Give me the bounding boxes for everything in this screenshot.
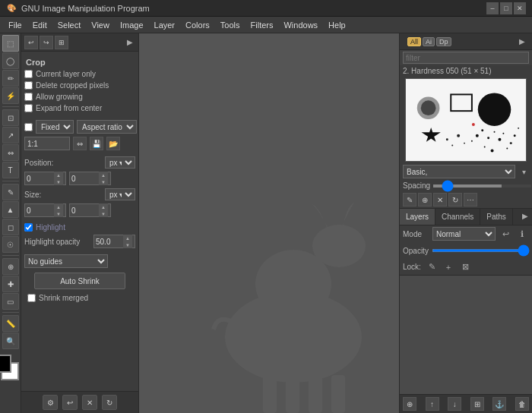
size-y-up[interactable]: ▲: [99, 203, 108, 210]
pos-y-up[interactable]: ▲: [99, 172, 108, 178]
highlight-opacity-down[interactable]: ▼: [123, 241, 132, 248]
current-layer-checkbox[interactable]: [24, 70, 33, 78]
guides-select[interactable]: No guides: [24, 254, 108, 268]
fixed-select[interactable]: Fixed: [36, 120, 74, 134]
undo-button[interactable]: ↩: [24, 36, 38, 49]
options-reset-button[interactable]: ↻: [102, 395, 117, 410]
tag-ai[interactable]: Ai: [423, 37, 435, 46]
pos-y-down[interactable]: ▼: [99, 178, 108, 185]
ratio-save-button[interactable]: 💾: [90, 137, 103, 150]
spacing-slider[interactable]: [433, 184, 531, 188]
tab-layers[interactable]: Layers: [400, 209, 435, 225]
tool-heal[interactable]: ✚: [2, 276, 19, 292]
allow-growing-checkbox[interactable]: [24, 93, 33, 101]
options-delete-button[interactable]: ✕: [82, 395, 97, 410]
size-x-input[interactable]: 0: [25, 206, 54, 215]
menu-edit[interactable]: Edit: [27, 19, 52, 31]
fixed-checkbox[interactable]: [24, 123, 33, 131]
tab-channels[interactable]: Channels: [435, 209, 480, 225]
menu-tools[interactable]: Tools: [215, 19, 245, 31]
menu-view[interactable]: View: [86, 19, 115, 31]
aspect-ratio-select[interactable]: Aspect ratio: [77, 120, 137, 134]
menu-filters[interactable]: Filters: [245, 19, 279, 31]
tool-transform[interactable]: ↗: [2, 127, 19, 143]
tool-fuzzy-select[interactable]: ⚡: [2, 87, 19, 104]
menu-help[interactable]: Help: [323, 19, 351, 31]
opacity-slider[interactable]: [432, 249, 530, 252]
canvas-area[interactable]: [139, 33, 399, 413]
layer-new-button[interactable]: ⊕: [403, 397, 416, 411]
auto-shrink-button[interactable]: Auto Shrink: [34, 273, 125, 289]
menu-layer[interactable]: Layer: [149, 19, 181, 31]
layer-delete-button[interactable]: 🗑: [515, 397, 529, 411]
tool-clone[interactable]: ⊕: [2, 258, 19, 275]
ratio-open-button[interactable]: 📂: [106, 137, 120, 150]
tool-perspective[interactable]: ▭: [2, 293, 19, 310]
brush-more-button[interactable]: ⋯: [464, 193, 477, 206]
brush-filter-input[interactable]: [403, 52, 529, 64]
options-expand-button[interactable]: ▶: [125, 37, 135, 48]
layer-raise-button[interactable]: ↑: [426, 397, 439, 411]
tag-all[interactable]: All: [407, 37, 421, 46]
tool-eraser[interactable]: ◻: [2, 219, 19, 235]
mode-info-button[interactable]: ℹ: [515, 227, 529, 241]
layer-duplicate-button[interactable]: ⊞: [470, 397, 484, 411]
options-settings-button[interactable]: ⚙: [43, 395, 58, 410]
tool-crop[interactable]: ⊡: [2, 109, 19, 126]
minimize-button[interactable]: –: [486, 2, 499, 14]
pos-y-input[interactable]: 0: [70, 175, 99, 183]
highlight-opacity-input[interactable]: 50.0: [94, 238, 123, 246]
brush-preset-expand[interactable]: ▾: [518, 166, 529, 177]
highlight-opacity-up[interactable]: ▲: [123, 235, 132, 241]
menu-select[interactable]: Select: [52, 19, 87, 31]
tool-pencil[interactable]: ✎: [2, 184, 19, 200]
menu-image[interactable]: Image: [115, 19, 149, 31]
tag-dp[interactable]: Dp: [436, 37, 451, 46]
mode-legacy-button[interactable]: ↩: [499, 227, 512, 241]
position-unit-select[interactable]: px ▾: [105, 156, 135, 169]
brush-edit-button[interactable]: ✎: [403, 193, 416, 206]
pos-x-down[interactable]: ▼: [54, 178, 63, 185]
close-button[interactable]: ✕: [514, 2, 526, 14]
pos-x-input[interactable]: 0: [25, 175, 54, 183]
tool-paint-bucket[interactable]: ▲: [2, 201, 19, 218]
tab-paths[interactable]: Paths: [480, 209, 513, 225]
maximize-button[interactable]: □: [500, 2, 512, 14]
menu-windows[interactable]: Windows: [278, 19, 323, 31]
mode-select[interactable]: Normal Multiply Screen Overlay: [432, 227, 496, 241]
tool-ellipse-select[interactable]: ◯: [2, 52, 19, 69]
lock-move-button[interactable]: +: [442, 260, 455, 274]
size-y-input[interactable]: 0: [70, 206, 99, 215]
size-unit-select[interactable]: px ▾: [105, 188, 135, 200]
foreground-color[interactable]: [0, 355, 11, 373]
expand-center-checkbox[interactable]: [24, 104, 33, 112]
layer-list[interactable]: [400, 276, 532, 394]
brush-expand-button[interactable]: ▶: [517, 36, 527, 47]
menu-file[interactable]: File: [3, 19, 27, 31]
tool-dodge[interactable]: ☉: [2, 236, 19, 253]
shrink-merged-checkbox[interactable]: [27, 294, 36, 302]
layers-expand-button[interactable]: ▶: [518, 209, 532, 222]
tool-free-select[interactable]: ✏: [2, 70, 19, 87]
tool-zoom[interactable]: 🔍: [2, 333, 19, 349]
brush-add-button[interactable]: ⊕: [418, 193, 432, 206]
grid-button[interactable]: ⊞: [55, 36, 68, 49]
redo-button[interactable]: ↪: [40, 36, 53, 49]
tool-rect-select[interactable]: ⬚: [2, 35, 19, 52]
layer-anchor-button[interactable]: ⚓: [492, 397, 506, 411]
ratio-input[interactable]: 1:1: [24, 137, 70, 150]
size-x-up[interactable]: ▲: [54, 203, 63, 210]
lock-all-button[interactable]: ⊠: [458, 260, 472, 274]
delete-cropped-checkbox[interactable]: [24, 81, 33, 90]
options-undo-button[interactable]: ↩: [62, 395, 78, 410]
size-x-down[interactable]: ▼: [54, 210, 63, 217]
pos-x-up[interactable]: ▲: [54, 172, 63, 178]
brush-refresh-button[interactable]: ↻: [448, 193, 462, 206]
tool-text[interactable]: T: [2, 162, 19, 178]
highlight-checkbox[interactable]: [24, 223, 33, 232]
layer-lower-button[interactable]: ↓: [448, 397, 461, 411]
brush-preset-select[interactable]: Basic, Classic Pencil: [403, 165, 515, 178]
tool-flip[interactable]: ⇔: [2, 144, 19, 161]
brush-delete-button[interactable]: ✕: [433, 193, 447, 206]
tool-measure[interactable]: 📏: [2, 315, 19, 332]
